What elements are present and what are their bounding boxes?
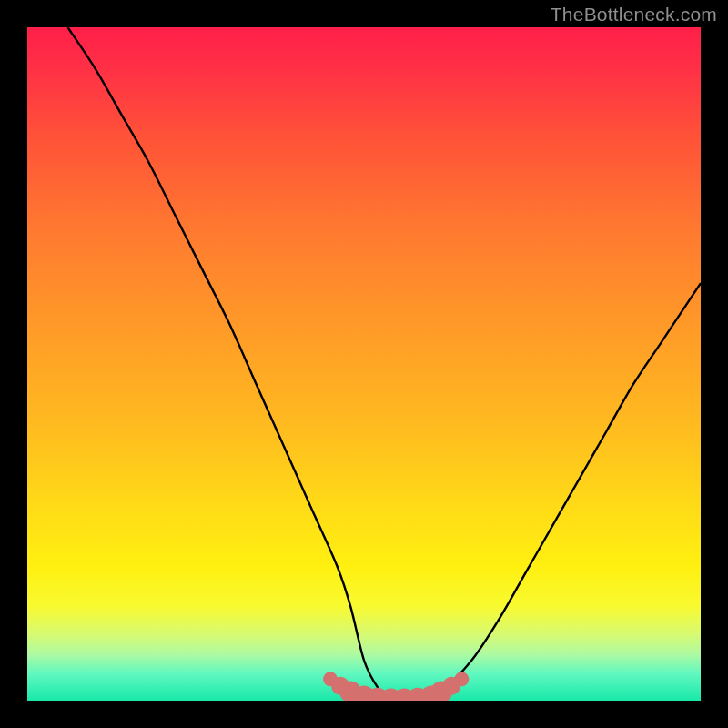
valley-dot [454, 672, 469, 686]
bottleneck-curve-path [67, 27, 701, 701]
chart-frame: TheBottleneck.com [0, 0, 728, 728]
plot-area [27, 27, 701, 701]
watermark-text: TheBottleneck.com [551, 4, 717, 25]
valley-dots [323, 672, 469, 701]
bottleneck-curve [67, 27, 701, 701]
curve-layer [27, 27, 701, 701]
